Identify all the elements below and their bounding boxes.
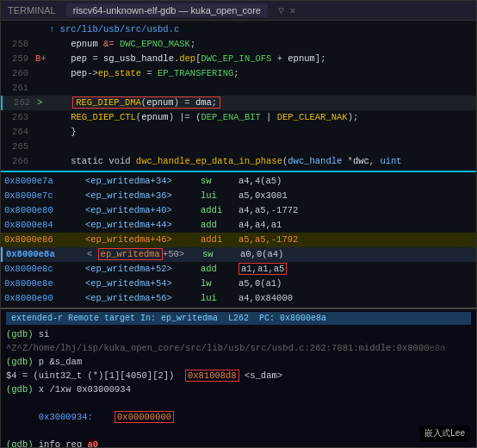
asm-line-9: 0x8000e90 <ep_writedma+56> lui a4,0x8400…	[1, 291, 476, 306]
asm-line-2: 0x8000e7c <ep_writedma+36> lui a5,0x3001	[1, 189, 476, 203]
gdb-line-x-result: 0x3000934: 0x00000000	[6, 396, 471, 438]
code-section: ↑ src/lib/usb/src/usbd.c 258 epnum &= DW…	[1, 21, 476, 172]
code-line-266: 266 static void dwc_handle_ep_data_in_ph…	[1, 154, 476, 169]
gdb-section: extended-r Remote target In: ep_writedma…	[1, 309, 476, 447]
terminal-label: TERMINAL	[8, 5, 56, 16]
code-line-261: 261	[1, 81, 476, 96]
asm-line-6: 0x8000e8a < ep_writedma+50> sw a0,0(a4)	[1, 247, 476, 262]
reg-a0-highlight: a0	[88, 439, 99, 447]
code-line-264: 264 }	[1, 125, 476, 140]
reg-diep-dma-box: REG_DIEP_DMA(epnum) = dma;	[72, 96, 220, 109]
gdb-line: L262	[228, 314, 249, 323]
asm-line-3: 0x8000e80 <ep_writedma+40> addi a4,a5,-1…	[1, 203, 476, 218]
asm-line-4: 0x8000e84 <ep_writedma+44> add a4,a4,a1	[1, 218, 476, 233]
gdb-line-p-result: $4 = (uint32_t (*)[1][4050][2]) 0x81008d…	[6, 369, 471, 383]
code-line-263: 263 REG_DIEP_CTL(epnum) |= (DEP_ENA_BIT …	[1, 110, 476, 125]
gdb-status-bar: extended-r Remote target In: ep_writedma…	[6, 312, 471, 325]
gdb-line-info-a0: (gdb) info reg a0	[6, 438, 471, 447]
title-icons: ▽ ✕	[278, 4, 295, 17]
file-path: ↑ src/lib/usb/src/usbd.c	[49, 23, 179, 36]
code-line-259: 259 B+ pep = sg_usb_handle.dep[DWC_EP_IN…	[1, 52, 476, 66]
asm-line-1: 0x8000e7a <ep_writedma+34> sw a4,4(a5)	[1, 174, 476, 189]
close-icon[interactable]: ✕	[289, 4, 295, 17]
title-bar: TERMINAL riscv64-unknown-elf-gdb — kuka_…	[1, 1, 476, 21]
asm-section: 0x8000e7a <ep_writedma+34> sw a4,4(a5) 0…	[1, 172, 476, 309]
code-line-262: 262 > REG_DIEP_DMA(epnum) = dma;	[1, 96, 476, 110]
gdb-mode: extended-r Remote target In: ep_writedma	[11, 314, 218, 323]
terminal-window: TERMINAL riscv64-unknown-elf-gdb — kuka_…	[0, 0, 477, 448]
asm-line-8: 0x8000e8e <ep_writedma+54> lw a5,0(a1)	[1, 277, 476, 291]
watermark: 嵌入式Lee	[419, 426, 470, 441]
code-line-265: 265	[1, 140, 476, 154]
file-path-line: ↑ src/lib/usb/src/usbd.c	[1, 22, 476, 37]
code-line-258: 258 epnum &= DWC_EPNO_MASK;	[1, 37, 476, 52]
gdb-pc: PC: 0x8000e8a	[259, 314, 326, 323]
addr-box-s-dam: 0x81008d8	[185, 370, 239, 382]
gdb-line-si: (gdb) si	[6, 327, 471, 341]
tab-label[interactable]: riscv64-unknown-elf-gdb — kuka_open_core	[66, 3, 268, 17]
asm-line-5: 0x8000e86 <ep_writedma+46> addi a5,a5,-1…	[1, 233, 476, 247]
gdb-line-x-cmd: (gdb) x /1xw 0x03000934	[6, 383, 471, 396]
asm-line-7: 0x8000e8c <ep_writedma+52> add a1,a1,a5	[1, 262, 476, 277]
gdb-line-path: ^Z^Z/home/lhj/isp/kuka_open_core/src/lib…	[6, 341, 471, 355]
minimize-icon[interactable]: ▽	[278, 4, 284, 17]
code-line-260: 260 pep->ep_state = EP_TRANSFERING;	[1, 66, 476, 81]
gdb-line-p-cmd: (gdb) p &s_dam	[6, 355, 471, 369]
value-box-zero: 0x00000000	[115, 411, 174, 423]
